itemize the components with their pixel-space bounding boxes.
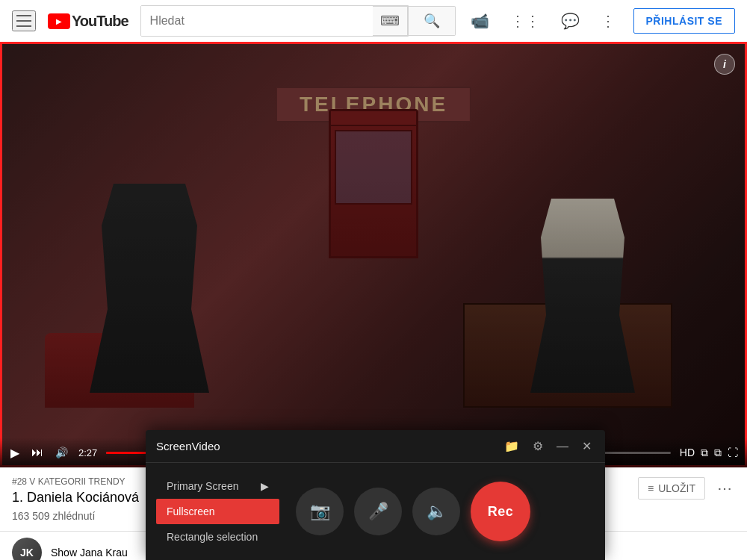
sv-camera-button[interactable]: 📷 <box>296 488 344 535</box>
sv-close-button[interactable]: ✕ <box>579 438 595 455</box>
sv-rectangle-label: Rectangle selection <box>167 531 258 543</box>
header-left: YouTube <box>12 10 128 31</box>
search-container: ⌨ <box>140 5 456 37</box>
youtube-header: YouTube ⌨ 📹 ⋮⋮ 💬 ⋮ PŘIHLÁSIT SE <box>0 0 747 42</box>
apps-button[interactable]: ⋮⋮ <box>507 9 543 33</box>
search-input[interactable] <box>141 6 373 36</box>
scene-overlay <box>0 42 747 467</box>
next-button[interactable]: ⏭ <box>30 444 45 461</box>
messages-button[interactable]: 💬 <box>558 9 583 33</box>
yt-logo-text: YouTube <box>72 13 128 30</box>
search-box: ⌨ <box>140 5 409 37</box>
sv-primary-screen-label: Primary Screen <box>167 480 238 492</box>
sv-header-icons: 📁 ⚙ — ✕ <box>501 438 595 455</box>
more-button[interactable]: ⋯ <box>714 476 735 500</box>
sv-minimize-button[interactable]: — <box>554 438 571 455</box>
sv-speaker-button[interactable]: 🔈 <box>412 488 460 535</box>
sv-menu: Primary Screen ▶ Fullscreen Rectangle se… <box>156 473 279 550</box>
sv-title: ScreenVideo <box>156 440 220 452</box>
sv-rec-button[interactable]: Rec <box>471 482 530 541</box>
signin-button[interactable]: PŘIHLÁSIT SE <box>633 8 735 34</box>
youtube-logo: YouTube <box>48 13 128 30</box>
more-options-button[interactable]: ⋮ <box>598 9 619 33</box>
save-button[interactable]: ≡ ULOŽIT <box>638 477 705 500</box>
video-area: TELEPHONE i ▶ ⏭ 🔊 2:27 HD ⧉ ⧉ ⛶ <box>0 42 747 467</box>
save-icon: ≡ <box>648 482 654 494</box>
subtitles-button[interactable]: ⧉ <box>701 447 708 459</box>
save-label: ULOŽIT <box>658 482 695 494</box>
yt-logo-icon <box>48 13 70 29</box>
video-background: TELEPHONE <box>0 42 747 467</box>
sv-fullscreen-label: Fullscreen <box>167 505 215 517</box>
sv-menu-rectangle-selection[interactable]: Rectangle selection <box>156 524 279 550</box>
chevron-right-icon: ▶ <box>261 480 269 492</box>
upload-button[interactable]: 📹 <box>468 9 492 33</box>
keyboard-button[interactable]: ⌨ <box>373 6 408 36</box>
volume-button[interactable]: 🔊 <box>54 445 69 460</box>
sv-settings-button[interactable]: ⚙ <box>530 438 546 455</box>
play-button[interactable]: ▶ <box>9 444 21 461</box>
screenvideo-popup: ScreenVideo 📁 ⚙ — ✕ Primary Screen ▶ Ful… <box>146 430 605 560</box>
sv-folder-button[interactable]: 📁 <box>501 438 522 455</box>
channel-avatar: JK <box>12 538 42 560</box>
hd-button[interactable]: HD <box>680 447 695 459</box>
sv-controls: 📷 🎤 🔈 Rec <box>296 482 530 541</box>
sv-mic-button[interactable]: 🎤 <box>354 488 402 535</box>
header-right: 📹 ⋮⋮ 💬 ⋮ PŘIHLÁSIT SE <box>468 8 735 34</box>
info-button[interactable]: i <box>714 54 735 75</box>
hamburger-menu[interactable] <box>12 10 36 31</box>
video-actions: ≡ ULOŽIT ⋯ <box>638 476 735 500</box>
channel-name: Show Jana Krau <box>51 547 128 559</box>
sv-body: Primary Screen ▶ Fullscreen Rectangle se… <box>146 463 605 560</box>
sv-menu-primary-screen[interactable]: Primary Screen ▶ <box>156 473 279 499</box>
search-button[interactable] <box>409 6 456 36</box>
sv-header: ScreenVideo 📁 ⚙ — ✕ <box>146 430 605 463</box>
sv-menu-fullscreen[interactable]: Fullscreen <box>156 499 279 524</box>
fullscreen-button[interactable]: ⛶ <box>728 447 738 459</box>
miniplayer-button[interactable]: ⧉ <box>714 447 722 459</box>
controls-right: HD ⧉ ⧉ ⛶ <box>680 447 738 459</box>
video-time: 2:27 <box>78 447 97 458</box>
